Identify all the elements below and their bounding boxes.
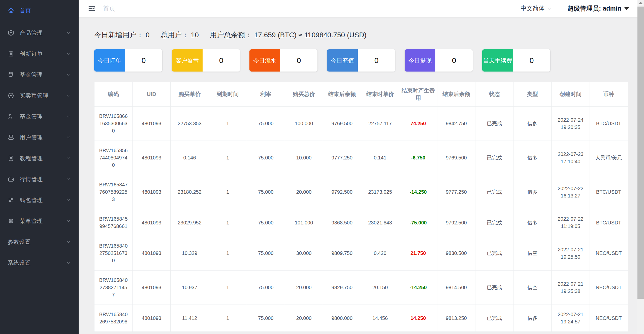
orders-table: 编码UID购买单价到期时间利率购买总价结束后余额结束时单价结束时产生费用结束后余… xyxy=(94,82,628,332)
table-cell: 2022-07-21 19:24:57 xyxy=(552,305,590,332)
sidebar-item[interactable]: 参数设置 xyxy=(0,231,79,252)
sidebar-item[interactable]: 首页 xyxy=(0,0,79,21)
table-cell: 75.000 xyxy=(247,236,285,271)
table-cell: 1 xyxy=(209,175,247,209)
table-row: BRW1658459945768661480109323029.952175.0… xyxy=(94,209,628,236)
sidebar-item[interactable]: 用户管理 xyxy=(0,127,79,148)
scrollbar-track[interactable] xyxy=(637,0,644,334)
table-cell: BTC/USDT xyxy=(590,209,628,236)
chevron-down-icon xyxy=(66,31,71,35)
table-cell: 10.000 xyxy=(285,141,323,175)
language-label: 中文简体 xyxy=(521,4,545,12)
table-cell: 1 xyxy=(209,107,247,141)
table-cell: BTC/USDT xyxy=(590,107,628,141)
table-cell: 22753.353 xyxy=(171,107,209,141)
stat-card: 今日订单0 xyxy=(94,49,162,72)
column-header: 到期时间 xyxy=(209,82,247,107)
table-cell: NEO/USDT xyxy=(590,236,628,271)
sidebar-item-label: 产品管理 xyxy=(20,29,43,37)
table-cell: 2022-07-21 19:25:38 xyxy=(552,271,590,305)
table-cell: NEO/USDT xyxy=(590,271,628,305)
table-cell: 10.937 xyxy=(171,271,209,305)
sidebar-item[interactable]: 产品管理 xyxy=(0,22,79,43)
sidebar-item[interactable]: 买卖币管理 xyxy=(0,85,79,106)
caret-down-icon xyxy=(624,7,629,10)
card-value: 0 xyxy=(280,49,317,72)
sidebar-item-label: 教程管理 xyxy=(20,155,43,162)
column-header: 编码 xyxy=(94,82,133,107)
column-header: 类型 xyxy=(513,82,552,107)
sidebar-item[interactable]: 基金管理 xyxy=(0,106,79,127)
column-header: 结束后余额 xyxy=(437,82,475,107)
scroll-up-button[interactable] xyxy=(638,2,643,4)
admin-menu[interactable]: 超级管理员: admin xyxy=(567,4,629,13)
table-cell: 借多 xyxy=(513,141,552,175)
table-body: BRW16586616353006630480109322753.353175.… xyxy=(94,107,628,332)
table-cell: 2022-07-24 19:20:35 xyxy=(552,107,590,141)
chevron-down-icon xyxy=(66,219,71,223)
sidebar-item[interactable]: 基金管理 xyxy=(0,64,79,85)
table-cell: 9769.500 xyxy=(323,107,361,141)
table-row: BRW1658402697532098480109311.412175.0002… xyxy=(94,305,628,332)
admin-label: 超级管理员: admin xyxy=(567,4,621,13)
stats-bar: 今日新增用户：0总用户：10用户总余额：17.659 (BTC) ≈ 11098… xyxy=(94,30,644,40)
language-selector[interactable]: 中文简体 xyxy=(521,4,552,12)
table-cell: 75.000 xyxy=(247,175,285,209)
chevron-down-icon xyxy=(66,52,71,56)
table-cell: 21.750 xyxy=(399,236,437,271)
table-cell: 0.146 xyxy=(171,141,209,175)
table-row: BRW16584776075892253480109323180.252175.… xyxy=(94,175,628,209)
gear-icon xyxy=(8,218,14,224)
table-cell: 9814.500 xyxy=(437,271,475,305)
sidebar-item[interactable]: 系统设置 xyxy=(0,252,79,273)
table-cell: 已完成 xyxy=(475,141,513,175)
table-cell: 20.000 xyxy=(285,271,323,305)
sidebar-item[interactable]: 行情管理 xyxy=(0,169,79,190)
table-cell: 借多 xyxy=(513,107,552,141)
table-cell: 1 xyxy=(209,271,247,305)
card-label: 今日订单 xyxy=(94,49,125,72)
collapse-menu-icon[interactable] xyxy=(88,4,96,12)
cube-icon xyxy=(8,29,14,36)
card-label: 今日充值 xyxy=(327,49,358,72)
sidebar-item[interactable]: 菜单管理 xyxy=(0,211,79,231)
card-label: 今日流水 xyxy=(249,49,280,72)
stat-card: 今日提现0 xyxy=(405,49,473,72)
main-area: 首页 中文简体 超级管理员: admin 今日新增用户：0总用户：10用户总余额… xyxy=(79,0,644,334)
card-value: 0 xyxy=(435,49,473,72)
chevron-down-icon xyxy=(66,198,71,202)
sidebar-item[interactable]: 钱包管理 xyxy=(0,190,79,211)
table-cell: 2022-07-22 16:13:27 xyxy=(552,175,590,209)
chevron-down-icon xyxy=(66,261,71,265)
stat-value: 10 xyxy=(191,31,199,39)
table-row: BRW1658567440804974048010930.146175.0001… xyxy=(94,141,628,175)
table-cell: 借多 xyxy=(513,209,552,236)
column-header: 结束时产生费用 xyxy=(399,82,437,107)
table-cell: 1 xyxy=(209,141,247,175)
table-cell: 75.000 xyxy=(247,271,285,305)
sidebar-item[interactable]: 创新订单 xyxy=(0,43,79,64)
table-cell: 75.000 xyxy=(247,141,285,175)
table-cell: 9777.250 xyxy=(437,175,475,209)
scrollbar-thumb[interactable] xyxy=(637,7,644,299)
table-cell: 9868.500 xyxy=(323,209,361,236)
table-cell: 1 xyxy=(209,209,247,236)
column-header: 结束后余额 xyxy=(323,82,361,107)
table-cell: 22757.117 xyxy=(361,107,399,141)
sidebar-item-label: 买卖币管理 xyxy=(20,92,49,99)
table-cell: -6.750 xyxy=(399,141,437,175)
table-cell: 9777.250 xyxy=(323,141,361,175)
table-cell: 9830.500 xyxy=(437,236,475,271)
table-row: BRW16584027502516730480109310.329175.000… xyxy=(94,236,628,271)
table-cell: 9792.500 xyxy=(323,175,361,209)
table-cell: 9792.500 xyxy=(437,209,475,236)
sidebar-item[interactable]: 教程管理 xyxy=(0,148,79,169)
column-header: 利率 xyxy=(247,82,285,107)
breadcrumb[interactable]: 首页 xyxy=(103,4,115,13)
table-header-row: 编码UID购买单价到期时间利率购买总价结束后余额结束时单价结束时产生费用结束后余… xyxy=(94,82,628,107)
stat-item: 今日新增用户：0 xyxy=(94,30,150,40)
stat-cards: 今日订单0客户盈亏0今日流水0今日充值0今日提现0当天手续费0 xyxy=(94,49,644,72)
table-cell: 4801093 xyxy=(133,271,171,305)
table-cell: 9829.750 xyxy=(323,271,361,305)
chevron-down-icon xyxy=(66,135,71,140)
